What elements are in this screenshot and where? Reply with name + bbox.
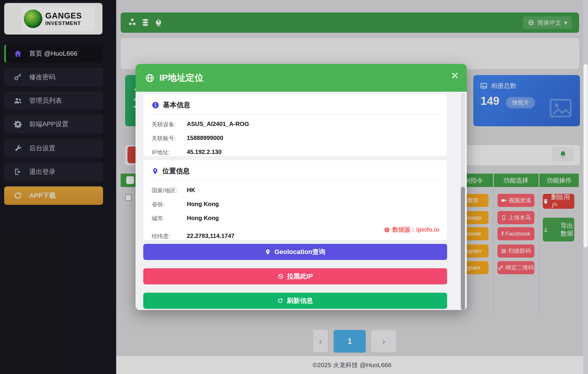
modal-header: IP地址定位 × [136,64,467,92]
basic-info-card: 基本信息 关联设备:ASUS_AI2401_A-ROG 关联账号:1588899… [143,94,447,156]
modal-scrollbar-thumb[interactable] [461,187,465,310]
row-label: 省份: [152,201,187,208]
info-row: 城市:Hong Kong [152,215,439,222]
page-scrollbar-thumb[interactable] [584,64,588,247]
ip-location-modal: IP地址定位 × 基本信息 关联设备:ASUS_AI2401_A-ROG 关联账… [136,64,467,310]
location-info-title: 位置信息 [162,166,190,176]
globe-icon [145,73,155,83]
map-pin-icon [265,249,271,255]
row-label: 国家/地区: [152,187,187,194]
info-row: 关联设备:ASUS_AI2401_A-ROG [152,121,439,128]
info-row: 省份:Hong Kong [152,201,439,208]
close-icon[interactable]: × [451,69,458,82]
data-source-text: 数据源：ipinfo.io [392,226,439,234]
info-circle-icon [152,101,159,109]
row-value: Hong Kong [187,215,219,222]
refresh-icon [277,298,283,304]
button-label: 拉黑此IP [287,272,313,281]
modal-title: IP地址定位 [159,72,203,84]
divider [152,180,439,180]
data-source-note: 数据源：ipinfo.io [384,226,439,234]
row-value: 45.192.2.130 [187,149,222,156]
map-pin-icon [152,168,159,175]
info-row: IP地址:45.192.2.130 [152,149,439,156]
row-value: Hong Kong [187,201,219,208]
basic-info-title: 基本信息 [163,100,190,110]
row-value: ASUS_AI2401_A-ROG [187,121,249,128]
blacklist-ip-button[interactable]: 拉黑此IP [143,268,447,284]
row-label: 关联账号: [152,135,187,142]
geolocation-query-button[interactable]: Geolocation查询 [143,244,447,260]
row-value: 15888999000 [187,135,223,142]
row-value: 22.2783,114.1747 [187,233,234,240]
row-label: 关联设备: [152,121,187,128]
row-label: IP地址: [152,149,187,156]
row-value: HK [187,187,195,194]
info-row: 关联账号:15888999000 [152,135,439,142]
refresh-info-button[interactable]: 刷新信息 [143,293,447,309]
divider [152,114,439,114]
location-info-card: 位置信息 国家/地区:HK 省份:Hong Kong 城市:Hong Kong … [143,160,447,240]
button-label: Geolocation查询 [274,247,325,256]
ban-icon [278,273,284,279]
row-label: 经纬度: [152,233,187,240]
row-label: 城市: [152,215,187,222]
app-root: GANGES INVESTMENT 首页 @HuoL666 修改密码 管理员列表… [0,0,588,374]
info-circle-icon [384,227,390,233]
info-row: 国家/地区:HK [152,187,439,194]
button-label: 刷新信息 [287,296,313,305]
